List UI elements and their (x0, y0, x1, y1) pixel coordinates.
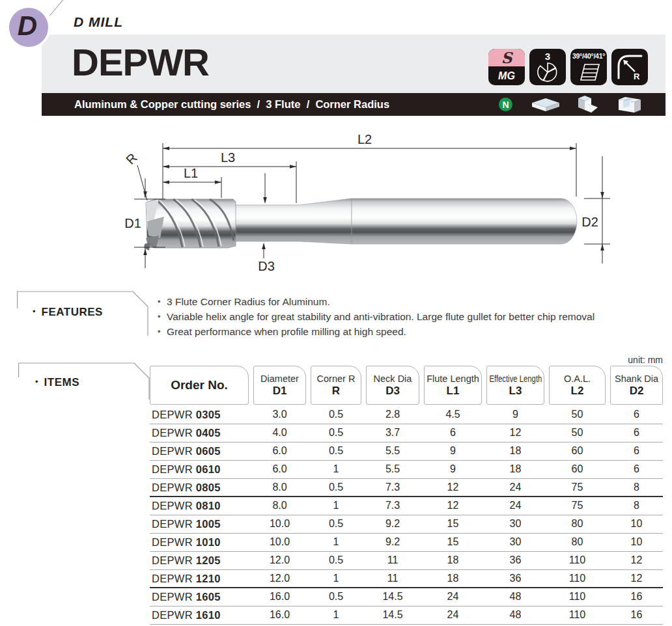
items-bullet: • (35, 377, 38, 387)
value-cell: 0.5 (311, 552, 361, 569)
material-n-mark: N (499, 98, 512, 111)
order-no: DEPWR 1010 (150, 534, 249, 551)
table-row-0805: DEPWR 08058.00.57.31224758 (150, 479, 663, 497)
value-cell: 12 (486, 424, 544, 442)
product-subtitle: Aluminum & Copper cutting series / 3 Flu… (74, 93, 389, 116)
feature-item: •3 Flute Corner Radius for Aluminum. (158, 294, 595, 309)
value-cell: 4.5 (424, 406, 482, 424)
value-cell: 4.0 (253, 424, 306, 442)
helix-angle-badge: 39°/40°/41° (570, 49, 607, 85)
value-cell: 10 (610, 534, 663, 551)
features-bullet: • (33, 306, 36, 316)
value-cell: 1 (311, 606, 361, 624)
features-title-row: •FEATURES (33, 306, 103, 319)
order-no: DEPWR 1210 (150, 570, 249, 587)
value-cell: 15 (424, 515, 482, 533)
table-body: DEPWR 03053.00.52.84.59506DEPWR 04054.00… (150, 406, 663, 625)
dim-label-l1: L1 (184, 166, 198, 180)
value-cell: 8.0 (253, 497, 306, 515)
value-cell: 15 (424, 534, 482, 551)
helix-angle-icon (570, 60, 607, 83)
value-cell: 6 (610, 461, 663, 478)
table-row-1205: DEPWR 120512.00.511183611012 (150, 552, 663, 570)
corner-r-letter: R (634, 72, 640, 81)
column-header-D3: Neck DiaD3 (366, 366, 419, 405)
table-row-1610: DEPWR 161016.0114.5244811016 (150, 606, 663, 625)
column-header-L3: Effective LengthL3 (486, 366, 544, 405)
value-cell: 6 (424, 424, 482, 442)
value-cell: 24 (486, 479, 544, 496)
items-title: ITEMS (44, 376, 79, 388)
value-cell: 48 (486, 588, 544, 606)
slot-milling-icon (616, 94, 643, 114)
value-cell: 24 (486, 497, 544, 515)
value-cell: 60 (549, 461, 606, 478)
tool-neck (229, 198, 352, 244)
value-cell: 110 (549, 570, 606, 587)
value-cell: 8 (610, 497, 663, 515)
feature-item: •Great performance when profile milling … (158, 324, 595, 339)
value-cell: 10.0 (253, 534, 306, 551)
value-cell: 75 (549, 479, 606, 496)
value-cell: 80 (549, 534, 606, 551)
value-cell: 3.7 (366, 424, 419, 442)
catalog-page: D D MILL DEPWR Aluminum & Copper cutting… (0, 0, 672, 626)
value-cell: 12 (424, 497, 482, 515)
order-no: DEPWR 0405 (150, 424, 249, 442)
table-header: Order No.DiameterD1Corner RRNeck DiaD3Fl… (150, 366, 663, 405)
value-cell: 30 (486, 534, 544, 551)
unit-label: unit: mm (606, 355, 663, 365)
column-header-L1: Flute LengthL1 (424, 366, 482, 405)
value-cell: 8 (610, 479, 663, 496)
value-cell: 11 (366, 570, 419, 587)
value-cell: 1 (311, 461, 361, 478)
value-cell: 110 (549, 552, 606, 569)
value-cell: 6.0 (253, 442, 306, 460)
value-cell: 6 (610, 442, 663, 460)
dim-label-d1: D1 (124, 216, 141, 230)
column-header-D1: DiameterD1 (253, 366, 306, 405)
table-row-1010: DEPWR 101010.019.215308010 (150, 534, 663, 552)
value-cell: 8.0 (253, 479, 306, 496)
order-no: DEPWR 0610 (150, 461, 249, 478)
coating-s-mark: S (488, 49, 525, 66)
value-cell: 50 (549, 424, 606, 442)
series-letter: D (18, 10, 37, 42)
value-cell: 9.2 (366, 515, 419, 533)
value-cell: 30 (486, 515, 544, 533)
value-cell: 10 (610, 515, 663, 533)
value-cell: 12.0 (253, 552, 306, 569)
value-cell: 9 (424, 442, 482, 460)
order-no: DEPWR 1205 (150, 552, 249, 569)
dim-label-l3: L3 (221, 150, 235, 165)
value-cell: 6.0 (253, 461, 306, 478)
value-cell: 75 (549, 497, 606, 515)
order-no: DEPWR 0810 (150, 497, 249, 515)
value-cell: 14.5 (366, 588, 419, 606)
items-title-row: •ITEMS (35, 376, 79, 389)
column-header-L2: O.A.L.L2 (549, 366, 606, 405)
coating-mg-mark: MG (488, 66, 525, 85)
column-header-R: Corner RR (311, 366, 361, 405)
value-cell: 12.0 (253, 570, 306, 587)
value-cell: 12 (610, 552, 663, 569)
value-cell: 9 (424, 461, 482, 478)
table-row-0305: DEPWR 03053.00.52.84.59506 (150, 406, 663, 424)
value-cell: 110 (549, 588, 606, 606)
table-row-1210: DEPWR 121012.0111183611012 (150, 570, 663, 588)
series-letter-badge: D (7, 5, 51, 49)
corner-radius-icon: R (611, 49, 648, 85)
value-cell: 9.2 (366, 534, 419, 551)
flute-count-label: 3 (529, 51, 566, 62)
table-row-1605: DEPWR 160516.00.514.5244811016 (150, 588, 663, 606)
value-cell: 50 (549, 406, 606, 424)
helix-angle-label: 39°/40°/41° (570, 52, 607, 60)
value-cell: 12 (424, 479, 482, 496)
product-title: DEPWR (72, 40, 209, 84)
dim-label-r: R (123, 150, 140, 167)
dim-label-d3: D3 (258, 259, 275, 273)
value-cell: 110 (549, 606, 606, 624)
table-row-0810: DEPWR 08108.017.31224758 (150, 497, 663, 515)
value-cell: 5.5 (366, 461, 419, 478)
value-cell: 36 (486, 570, 544, 587)
